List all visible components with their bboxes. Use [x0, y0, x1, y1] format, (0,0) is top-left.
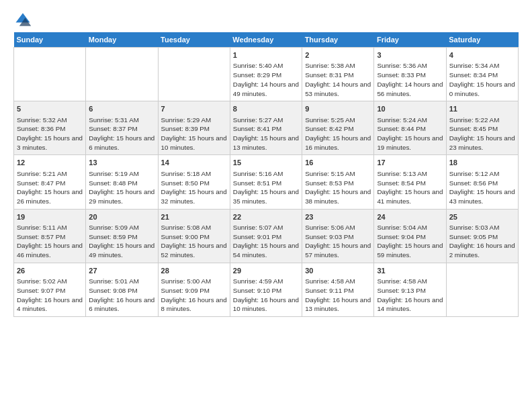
day-number: 3	[377, 50, 443, 60]
day-info: Sunrise: 5:32 AMSunset: 8:36 PMDaylight:…	[17, 116, 83, 152]
day-info: Sunrise: 5:21 AMSunset: 8:47 PMDaylight:…	[17, 169, 83, 206]
day-info: Sunrise: 5:19 AMSunset: 8:48 PMDaylight:…	[89, 169, 154, 206]
calendar-cell: 16Sunrise: 5:15 AMSunset: 8:53 PMDayligh…	[302, 155, 374, 209]
calendar-cell: 21Sunrise: 5:08 AMSunset: 9:00 PMDayligh…	[158, 209, 230, 263]
calendar-table: SundayMondayTuesdayWednesdayThursdayFrid…	[13, 32, 519, 317]
calendar-cell: 17Sunrise: 5:13 AMSunset: 8:54 PMDayligh…	[374, 155, 446, 209]
calendar-cell: 6Sunrise: 5:31 AMSunset: 8:37 PMDaylight…	[86, 101, 158, 155]
day-info: Sunrise: 5:06 AMSunset: 9:03 PMDaylight:…	[305, 223, 371, 260]
day-number: 17	[377, 158, 443, 168]
day-info: Sunrise: 4:59 AMSunset: 9:10 PMDaylight:…	[233, 277, 299, 314]
calendar-cell: 10Sunrise: 5:24 AMSunset: 8:44 PMDayligh…	[374, 101, 446, 155]
calendar-cell	[14, 48, 86, 101]
day-number: 19	[17, 212, 83, 222]
day-info: Sunrise: 4:58 AMSunset: 9:13 PMDaylight:…	[377, 277, 443, 314]
calendar-cell: 22Sunrise: 5:07 AMSunset: 9:01 PMDayligh…	[230, 209, 302, 263]
day-number: 24	[377, 212, 443, 222]
calendar-cell: 24Sunrise: 5:04 AMSunset: 9:04 PMDayligh…	[374, 209, 446, 263]
calendar-cell: 3Sunrise: 5:36 AMSunset: 8:33 PMDaylight…	[374, 48, 446, 101]
calendar-cell	[158, 48, 230, 101]
day-number: 8	[233, 104, 299, 114]
day-info: Sunrise: 5:11 AMSunset: 8:57 PMDaylight:…	[17, 223, 83, 260]
day-number: 25	[449, 212, 515, 222]
day-info: Sunrise: 5:03 AMSunset: 9:05 PMDaylight:…	[449, 223, 515, 260]
calendar-cell: 23Sunrise: 5:06 AMSunset: 9:03 PMDayligh…	[302, 209, 374, 263]
day-number: 10	[377, 104, 443, 114]
day-info: Sunrise: 5:40 AMSunset: 8:29 PMDaylight:…	[233, 61, 299, 98]
day-info: Sunrise: 5:00 AMSunset: 9:09 PMDaylight:…	[161, 277, 227, 314]
day-info: Sunrise: 5:29 AMSunset: 8:39 PMDaylight:…	[161, 116, 227, 152]
day-info: Sunrise: 5:25 AMSunset: 8:42 PMDaylight:…	[305, 116, 371, 152]
calendar-cell: 2Sunrise: 5:38 AMSunset: 8:31 PMDaylight…	[302, 48, 374, 101]
day-number: 18	[449, 158, 515, 168]
day-info: Sunrise: 5:27 AMSunset: 8:41 PMDaylight:…	[233, 116, 299, 152]
calendar-cell: 20Sunrise: 5:09 AMSunset: 8:59 PMDayligh…	[86, 209, 158, 263]
calendar-cell: 4Sunrise: 5:34 AMSunset: 8:34 PMDaylight…	[446, 48, 518, 101]
day-header-saturday: Saturday	[446, 32, 518, 48]
week-row-3: 12Sunrise: 5:21 AMSunset: 8:47 PMDayligh…	[14, 155, 519, 209]
calendar-cell: 13Sunrise: 5:19 AMSunset: 8:48 PMDayligh…	[86, 155, 158, 209]
day-number: 23	[305, 212, 371, 222]
day-number: 2	[305, 50, 371, 60]
calendar-cell: 25Sunrise: 5:03 AMSunset: 9:05 PMDayligh…	[446, 209, 518, 263]
day-header-friday: Friday	[374, 32, 446, 48]
logo	[13, 11, 35, 30]
week-row-1: 1Sunrise: 5:40 AMSunset: 8:29 PMDaylight…	[14, 48, 519, 101]
day-info: Sunrise: 5:22 AMSunset: 8:45 PMDaylight:…	[449, 116, 515, 152]
week-row-5: 26Sunrise: 5:02 AMSunset: 9:07 PMDayligh…	[14, 263, 519, 316]
calendar-cell: 31Sunrise: 4:58 AMSunset: 9:13 PMDayligh…	[374, 263, 446, 316]
day-info: Sunrise: 5:15 AMSunset: 8:53 PMDaylight:…	[305, 169, 371, 206]
day-info: Sunrise: 5:31 AMSunset: 8:37 PMDaylight:…	[89, 116, 154, 152]
calendar-cell: 7Sunrise: 5:29 AMSunset: 8:39 PMDaylight…	[158, 101, 230, 155]
day-number: 7	[161, 104, 227, 114]
calendar-cell: 15Sunrise: 5:16 AMSunset: 8:51 PMDayligh…	[230, 155, 302, 209]
day-info: Sunrise: 5:02 AMSunset: 9:07 PMDaylight:…	[17, 277, 83, 314]
day-number: 16	[305, 158, 371, 168]
day-info: Sunrise: 5:34 AMSunset: 8:34 PMDaylight:…	[449, 61, 515, 98]
logo-icon	[13, 11, 32, 30]
calendar-cell: 8Sunrise: 5:27 AMSunset: 8:41 PMDaylight…	[230, 101, 302, 155]
day-info: Sunrise: 5:24 AMSunset: 8:44 PMDaylight:…	[377, 116, 443, 152]
calendar-cell: 1Sunrise: 5:40 AMSunset: 8:29 PMDaylight…	[230, 48, 302, 101]
day-number: 27	[89, 266, 154, 276]
page-header	[13, 11, 519, 30]
calendar-cell: 18Sunrise: 5:12 AMSunset: 8:56 PMDayligh…	[446, 155, 518, 209]
calendar-cell: 26Sunrise: 5:02 AMSunset: 9:07 PMDayligh…	[14, 263, 86, 316]
day-info: Sunrise: 5:09 AMSunset: 8:59 PMDaylight:…	[89, 223, 154, 260]
day-info: Sunrise: 5:13 AMSunset: 8:54 PMDaylight:…	[377, 169, 443, 206]
calendar-cell: 29Sunrise: 4:59 AMSunset: 9:10 PMDayligh…	[230, 263, 302, 316]
day-info: Sunrise: 5:16 AMSunset: 8:51 PMDaylight:…	[233, 169, 299, 206]
day-number: 12	[17, 158, 83, 168]
day-number: 15	[233, 158, 299, 168]
calendar-cell: 11Sunrise: 5:22 AMSunset: 8:45 PMDayligh…	[446, 101, 518, 155]
calendar-cell: 14Sunrise: 5:18 AMSunset: 8:50 PMDayligh…	[158, 155, 230, 209]
day-number: 21	[161, 212, 227, 222]
day-number: 22	[233, 212, 299, 222]
day-info: Sunrise: 5:18 AMSunset: 8:50 PMDaylight:…	[161, 169, 227, 206]
day-info: Sunrise: 5:04 AMSunset: 9:04 PMDaylight:…	[377, 223, 443, 260]
day-header-thursday: Thursday	[302, 32, 374, 48]
day-header-monday: Monday	[86, 32, 158, 48]
calendar-cell: 19Sunrise: 5:11 AMSunset: 8:57 PMDayligh…	[14, 209, 86, 263]
day-number: 29	[233, 266, 299, 276]
calendar-cell: 5Sunrise: 5:32 AMSunset: 8:36 PMDaylight…	[14, 101, 86, 155]
day-number: 11	[449, 104, 515, 114]
day-number: 13	[89, 158, 154, 168]
calendar-cell: 12Sunrise: 5:21 AMSunset: 8:47 PMDayligh…	[14, 155, 86, 209]
day-info: Sunrise: 4:58 AMSunset: 9:11 PMDaylight:…	[305, 277, 371, 314]
day-number: 20	[89, 212, 154, 222]
calendar-cell: 28Sunrise: 5:00 AMSunset: 9:09 PMDayligh…	[158, 263, 230, 316]
day-info: Sunrise: 5:12 AMSunset: 8:56 PMDaylight:…	[449, 169, 515, 206]
calendar-cell: 27Sunrise: 5:01 AMSunset: 9:08 PMDayligh…	[86, 263, 158, 316]
calendar-header-row: SundayMondayTuesdayWednesdayThursdayFrid…	[14, 32, 519, 48]
calendar-cell	[86, 48, 158, 101]
day-number: 14	[161, 158, 227, 168]
week-row-2: 5Sunrise: 5:32 AMSunset: 8:36 PMDaylight…	[14, 101, 519, 155]
day-number: 9	[305, 104, 371, 114]
week-row-4: 19Sunrise: 5:11 AMSunset: 8:57 PMDayligh…	[14, 209, 519, 263]
day-number: 26	[17, 266, 83, 276]
day-info: Sunrise: 5:08 AMSunset: 9:00 PMDaylight:…	[161, 223, 227, 260]
day-info: Sunrise: 5:07 AMSunset: 9:01 PMDaylight:…	[233, 223, 299, 260]
day-number: 4	[449, 50, 515, 60]
calendar-cell: 9Sunrise: 5:25 AMSunset: 8:42 PMDaylight…	[302, 101, 374, 155]
